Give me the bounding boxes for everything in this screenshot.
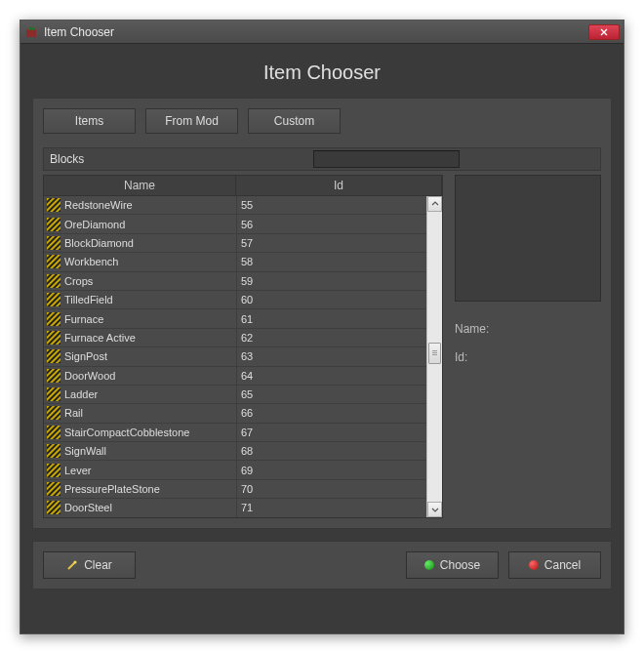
scroll-thumb[interactable]	[428, 343, 441, 364]
tab-from-mod[interactable]: From Mod	[145, 108, 238, 134]
row-id: 65	[236, 386, 426, 403]
scroll-up-button[interactable]	[427, 196, 442, 212]
svg-rect-31	[47, 369, 60, 383]
table-row[interactable]: OreDiamond56	[44, 215, 426, 233]
item-chooser-window: Item Chooser Item Chooser Items From Mod…	[20, 20, 624, 634]
table-row[interactable]: TilledField60	[44, 291, 426, 309]
row-id: 68	[236, 442, 426, 460]
titlebar[interactable]: Item Chooser	[20, 20, 624, 44]
block-icon	[47, 482, 60, 496]
filter-label: Blocks	[50, 152, 313, 166]
table-body: RedstoneWire55OreDiamond56BlockDiamond57…	[44, 196, 426, 517]
table-row[interactable]: Furnace Active62	[44, 329, 426, 347]
table-row[interactable]: DoorSteel71	[44, 499, 426, 517]
items-table: Name Id RedstoneWire55OreDiamond56BlockD…	[43, 175, 443, 518]
filter-row: Blocks	[43, 147, 601, 171]
clear-label: Clear	[84, 558, 112, 572]
svg-rect-34	[47, 387, 60, 401]
wand-icon	[66, 559, 78, 571]
svg-rect-16	[47, 274, 60, 288]
choose-label: Choose	[440, 558, 480, 572]
table-row[interactable]: Crops59	[44, 272, 426, 291]
table-row[interactable]: Ladder65	[44, 386, 426, 404]
block-icon	[47, 426, 60, 439]
block-icon	[47, 274, 60, 288]
svg-rect-40	[47, 426, 60, 439]
table-header: Name Id	[43, 175, 443, 196]
close-button[interactable]	[588, 24, 620, 40]
table-row[interactable]: RedstoneWire55	[44, 196, 426, 215]
row-name: Furnace	[64, 313, 236, 325]
scroll-down-button[interactable]	[427, 502, 442, 517]
block-icon	[47, 406, 60, 420]
row-name: BlockDiamond	[64, 237, 236, 249]
block-icon	[47, 312, 60, 326]
row-name: Crops	[64, 275, 236, 287]
block-icon	[47, 236, 60, 250]
window-body: Item Chooser Items From Mod Custom Block…	[20, 44, 624, 601]
scrollbar[interactable]	[426, 196, 442, 517]
table-row[interactable]: BlockDiamond57	[44, 234, 426, 253]
block-icon	[47, 501, 60, 514]
table-row[interactable]: StairCompactCobblestone67	[44, 424, 426, 442]
table-row[interactable]: Furnace61	[44, 309, 426, 328]
row-name: SignWall	[64, 445, 236, 457]
row-name: RedstoneWire	[64, 199, 236, 211]
row-id: 67	[236, 424, 426, 441]
row-name: DoorWood	[64, 370, 236, 382]
row-id: 71	[236, 499, 426, 516]
cancel-label: Cancel	[544, 558, 581, 572]
block-icon	[47, 198, 60, 212]
table-row[interactable]: Rail66	[44, 404, 426, 423]
svg-rect-43	[47, 444, 60, 458]
table-row[interactable]: DoorWood64	[44, 367, 426, 386]
block-icon	[47, 331, 60, 345]
row-name: TilledField	[64, 294, 236, 305]
row-name: OreDiamond	[64, 219, 236, 230]
row-id: 70	[236, 480, 426, 498]
clear-button[interactable]: Clear	[43, 551, 136, 579]
svg-rect-4	[47, 198, 60, 212]
cancel-icon	[529, 560, 539, 570]
table-row[interactable]: Lever69	[44, 461, 426, 479]
choose-button[interactable]: Choose	[406, 551, 499, 579]
svg-rect-19	[47, 293, 60, 306]
filter-input[interactable]	[313, 150, 460, 168]
row-name: Ladder	[64, 388, 236, 400]
table-row[interactable]: Workbench58	[44, 253, 426, 271]
svg-rect-25	[47, 331, 60, 345]
column-name[interactable]: Name	[44, 176, 236, 195]
block-icon	[47, 255, 60, 268]
svg-rect-7	[47, 218, 60, 231]
svg-rect-28	[47, 349, 60, 363]
meta-name-label: Name:	[455, 315, 601, 344]
svg-point-54	[74, 561, 77, 564]
table-row[interactable]: SignWall68	[44, 442, 426, 461]
svg-rect-22	[47, 312, 60, 326]
tab-custom[interactable]: Custom	[248, 108, 341, 134]
column-id[interactable]: Id	[236, 176, 442, 195]
table-row[interactable]: PressurePlateStone70	[44, 480, 426, 499]
svg-rect-46	[47, 464, 60, 477]
row-id: 60	[236, 291, 426, 308]
ok-icon	[424, 560, 434, 570]
tab-row: Items From Mod Custom	[43, 108, 601, 134]
row-name: Lever	[64, 465, 236, 476]
row-name: DoorSteel	[64, 502, 236, 513]
cancel-button[interactable]: Cancel	[508, 551, 601, 579]
block-icon	[47, 349, 60, 363]
scroll-track[interactable]	[427, 212, 442, 502]
row-name: Workbench	[64, 256, 236, 267]
tab-items[interactable]: Items	[43, 108, 136, 134]
row-id: 56	[236, 215, 426, 232]
window-title: Item Chooser	[44, 25, 588, 39]
row-name: SignPost	[64, 350, 236, 362]
svg-rect-52	[47, 501, 60, 514]
app-icon	[24, 25, 38, 39]
table-row[interactable]: SignPost63	[44, 347, 426, 366]
row-id: 62	[236, 329, 426, 346]
side-panel: Name: Id:	[455, 175, 601, 518]
svg-rect-1	[28, 27, 34, 30]
row-name: Furnace Active	[64, 332, 236, 344]
item-meta: Name: Id:	[455, 315, 601, 372]
